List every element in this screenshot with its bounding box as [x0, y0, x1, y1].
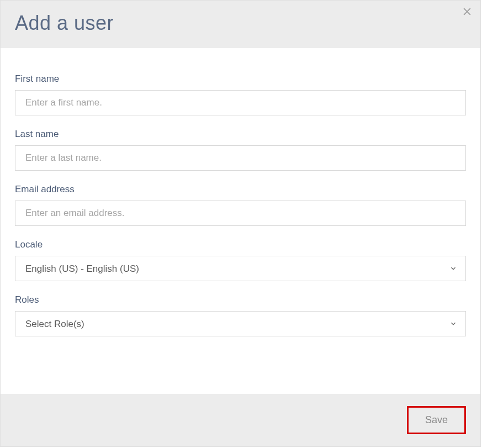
- locale-select-wrapper: English (US) - English (US): [15, 256, 466, 281]
- roles-select-wrapper: Select Role(s): [15, 311, 466, 336]
- roles-select[interactable]: Select Role(s): [15, 311, 466, 336]
- last-name-input[interactable]: [15, 145, 466, 171]
- email-group: Email address: [15, 184, 466, 226]
- last-name-label: Last name: [15, 129, 466, 140]
- first-name-label: First name: [15, 73, 466, 85]
- email-label: Email address: [15, 184, 466, 195]
- roles-label: Roles: [15, 294, 466, 305]
- roles-group: Roles Select Role(s): [15, 294, 466, 336]
- first-name-input[interactable]: [15, 90, 466, 115]
- locale-label: Locale: [15, 239, 466, 250]
- first-name-group: First name: [15, 73, 466, 115]
- modal-body: First name Last name Email address Local…: [1, 48, 480, 394]
- last-name-group: Last name: [15, 129, 466, 171]
- modal-footer: Save: [1, 394, 480, 446]
- locale-group: Locale English (US) - English (US): [15, 239, 466, 281]
- save-button[interactable]: Save: [407, 406, 466, 434]
- modal-title: Add a user: [15, 12, 466, 35]
- close-icon[interactable]: [462, 6, 473, 17]
- add-user-modal: Add a user First name Last name Email ad…: [0, 0, 481, 447]
- locale-select[interactable]: English (US) - English (US): [15, 256, 466, 281]
- modal-header: Add a user: [1, 1, 480, 48]
- email-input[interactable]: [15, 201, 466, 226]
